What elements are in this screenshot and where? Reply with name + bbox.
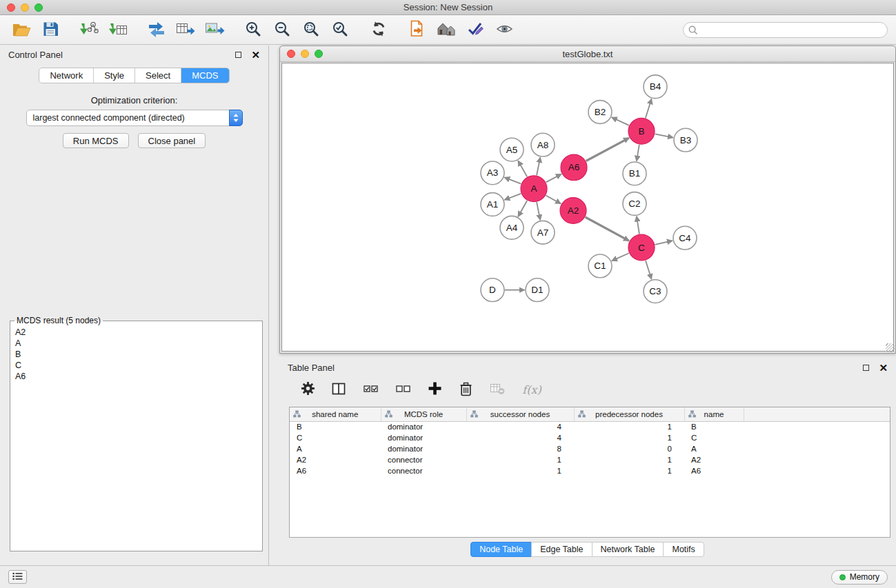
- edge-A-A5[interactable]: [518, 161, 527, 176]
- edge-A-A4[interactable]: [518, 201, 527, 216]
- edge-C-C4[interactable]: [655, 241, 673, 245]
- edge-A-A8[interactable]: [537, 157, 540, 175]
- deselect-all-columns-button[interactable]: [393, 381, 412, 398]
- table-settings-button[interactable]: [299, 381, 317, 398]
- tab-network[interactable]: Network: [39, 68, 94, 83]
- column-header-predecessor-nodes[interactable]: predecessor nodes: [574, 407, 684, 421]
- open-file-button[interactable]: [8, 18, 34, 41]
- task-history-button[interactable]: [8, 570, 27, 584]
- network-canvas-area[interactable]: B4B2BB3B1A5A8A6A3AA1A2C2A4A7C4CC1C3DD1: [281, 63, 894, 352]
- edge-C-C1[interactable]: [612, 253, 629, 261]
- tab-mcds[interactable]: MCDS: [181, 68, 228, 83]
- tab-network-table[interactable]: Network Table: [592, 542, 664, 557]
- network-window-titlebar[interactable]: testGlobe.txt: [280, 46, 895, 62]
- table-row[interactable]: Bdominator41B: [290, 421, 890, 432]
- edge-C-C2[interactable]: [637, 216, 639, 234]
- tab-style[interactable]: Style: [94, 68, 135, 83]
- edge-A-A2[interactable]: [546, 195, 561, 203]
- node-A5[interactable]: A5: [500, 138, 524, 161]
- node-A2[interactable]: A2: [560, 198, 586, 224]
- column-header-MCDS-role[interactable]: MCDS role: [381, 407, 466, 421]
- search-input[interactable]: [683, 22, 888, 38]
- network-overview-button[interactable]: [433, 18, 459, 41]
- edge-C-C3[interactable]: [646, 261, 652, 279]
- float-panel-icon[interactable]: [235, 52, 241, 58]
- zoom-selected-button[interactable]: [327, 18, 353, 41]
- show-columns-button[interactable]: [330, 381, 348, 398]
- import-table-button[interactable]: [105, 18, 131, 41]
- delete-column-button[interactable]: [457, 381, 475, 398]
- node-A7[interactable]: A7: [531, 221, 555, 244]
- show-hide-eye-button[interactable]: [491, 18, 517, 41]
- edge-A6-B[interactable]: [586, 138, 629, 161]
- mcds-result-item[interactable]: A2: [13, 327, 259, 338]
- tab-node-table[interactable]: Node Table: [470, 542, 532, 557]
- import-network-button[interactable]: [76, 18, 102, 41]
- node-A1[interactable]: A1: [481, 193, 504, 216]
- tab-select[interactable]: Select: [135, 68, 181, 83]
- edge-A2-C[interactable]: [586, 217, 629, 241]
- node-A6[interactable]: A6: [561, 154, 587, 181]
- column-header-shared-name[interactable]: shared name: [290, 407, 381, 421]
- node-D[interactable]: D: [481, 278, 504, 302]
- run-mcds-button[interactable]: Run MCDS: [63, 133, 129, 148]
- node-A4[interactable]: A4: [500, 216, 524, 239]
- node-A[interactable]: A: [521, 176, 547, 202]
- edge-A-A7[interactable]: [537, 202, 540, 220]
- delete-table-button[interactable]: [488, 381, 507, 398]
- add-column-button[interactable]: [426, 381, 444, 398]
- zoom-fit-button[interactable]: [298, 18, 324, 41]
- float-table-panel-icon[interactable]: [863, 365, 869, 371]
- edge-A-A1[interactable]: [504, 194, 521, 200]
- export-table-button[interactable]: [172, 18, 199, 41]
- mcds-result-item[interactable]: A6: [13, 371, 259, 382]
- close-panel-button[interactable]: Close panel: [138, 133, 206, 148]
- tab-edge-table[interactable]: Edge Table: [531, 542, 592, 557]
- column-header-successor-nodes[interactable]: successor nodes: [466, 407, 574, 421]
- annotation-pen-button[interactable]: [462, 18, 488, 41]
- edge-B-B1[interactable]: [637, 145, 639, 161]
- edge-A-A3[interactable]: [504, 177, 521, 183]
- close-panel-icon[interactable]: ✕: [251, 50, 260, 60]
- edge-B-B4[interactable]: [646, 99, 652, 118]
- node-C[interactable]: C: [628, 234, 655, 261]
- tab-motifs[interactable]: Motifs: [663, 542, 704, 557]
- edge-B-B3[interactable]: [655, 134, 673, 137]
- apply-layout-button[interactable]: [366, 18, 392, 41]
- node-B2[interactable]: B2: [588, 101, 612, 124]
- table-row[interactable]: Cdominator41C: [290, 432, 890, 443]
- select-all-columns-button[interactable]: [361, 381, 380, 398]
- table-row[interactable]: A6connector11A6: [290, 465, 890, 476]
- node-B1[interactable]: B1: [623, 162, 646, 185]
- zoom-in-button[interactable]: [240, 18, 266, 41]
- window-resize-grip[interactable]: [886, 343, 895, 352]
- node-C3[interactable]: C3: [644, 280, 667, 303]
- mcds-result-item[interactable]: B: [13, 349, 259, 360]
- memory-button[interactable]: Memory: [831, 570, 888, 585]
- table-row[interactable]: A2connector11A2: [290, 454, 890, 465]
- node-A3[interactable]: A3: [481, 161, 504, 185]
- edge-A-A6[interactable]: [546, 174, 561, 183]
- document-export-button[interactable]: [404, 18, 430, 41]
- trash-icon: [459, 381, 473, 398]
- node-A8[interactable]: A8: [531, 133, 555, 156]
- save-session-button[interactable]: [37, 18, 63, 41]
- criterion-dropdown[interactable]: largest connected component (directed): [26, 110, 243, 126]
- edge-B-B2[interactable]: [612, 117, 629, 125]
- export-network-button[interactable]: [143, 18, 170, 41]
- node-C4[interactable]: C4: [673, 226, 697, 250]
- table-row[interactable]: Adominator80A: [290, 443, 890, 454]
- zoom-out-button[interactable]: [269, 18, 295, 41]
- mcds-result-item[interactable]: C: [13, 360, 259, 371]
- node-D1[interactable]: D1: [526, 278, 549, 302]
- node-B3[interactable]: B3: [674, 128, 697, 152]
- mcds-result-item[interactable]: A: [13, 338, 259, 349]
- function-builder-button[interactable]: f(x): [520, 381, 544, 398]
- node-B[interactable]: B: [628, 118, 655, 144]
- node-C1[interactable]: C1: [588, 254, 612, 278]
- node-B4[interactable]: B4: [644, 75, 667, 99]
- node-C2[interactable]: C2: [623, 192, 646, 216]
- export-image-button[interactable]: [201, 18, 228, 41]
- close-table-panel-icon[interactable]: ✕: [879, 363, 888, 373]
- column-header-name[interactable]: name: [684, 407, 744, 421]
